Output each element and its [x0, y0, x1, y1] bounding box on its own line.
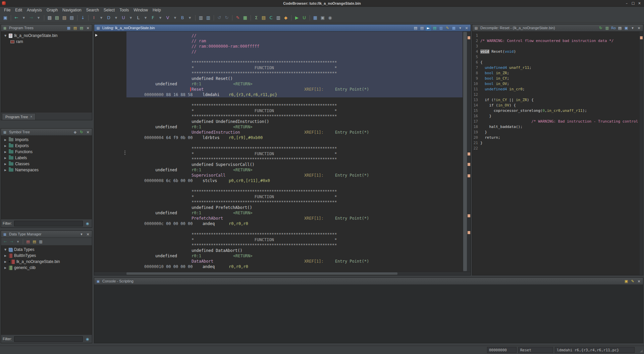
decompile-token-va[interactable]: in_ZR: [496, 71, 507, 75]
listing-field-xv[interactable]: Entry Point(*): [335, 173, 369, 178]
listing-field-dc[interactable]: undefined: [155, 253, 177, 259]
listing-field-xv[interactable]: Entry Point(*): [335, 259, 369, 264]
listing-field-cm[interactable]: //: [192, 49, 196, 54]
listing-field-rg[interactable]: r0:1: [192, 167, 201, 173]
program-diff-icon[interactable]: ▥: [205, 14, 212, 21]
decompile-line[interactable]: 5: [473, 54, 643, 60]
undo-icon[interactable]: ↺: [216, 14, 223, 21]
panel-menu-icon[interactable]: ▾: [79, 231, 84, 237]
listing-field-op[interactable]: r0,r0,r0: [229, 221, 248, 226]
listing-line[interactable]: undefined UndefinedInstruction(): [126, 119, 463, 124]
decompile-line[interactable]: 3: [473, 44, 643, 49]
decompile-token-pl[interactable]: ;: [507, 71, 509, 75]
tree-item-lk-a-noorangestate-bin[interactable]: ▶lk_a_noOrangeState.bin: [2, 259, 91, 265]
close-button[interactable]: ×: [637, 1, 642, 6]
listing-field-bn[interactable]: * FUNCTION *: [192, 151, 337, 157]
menu-edit[interactable]: Edit: [13, 7, 24, 13]
letter-f-toggle[interactable]: F: [150, 14, 156, 21]
tree-item-classes[interactable]: ▶Classes: [2, 161, 91, 167]
listing-field-rg[interactable]: <RETURN>: [233, 124, 253, 130]
decompile-token-pl[interactable]: ): [514, 49, 516, 54]
window-grid-icon[interactable]: ▦: [312, 14, 319, 21]
tab-program-tree[interactable]: Program Tree ×: [2, 113, 36, 120]
listing-line[interactable]: 0000001000 00 00 00andeqr0,r0,r0: [126, 264, 463, 269]
expander-closed-icon[interactable]: ▶: [4, 157, 7, 160]
close-icon[interactable]: ×: [85, 25, 91, 31]
expander-closed-icon[interactable]: ▶: [4, 150, 7, 153]
listing-header[interactable]: ▤ Listing: lk_a_noOrangeState.bin ▤▤►▤▥✎…: [94, 25, 471, 32]
panel-menu-icon[interactable]: ▾: [458, 25, 463, 31]
bookmark-book-icon[interactable]: ▤: [432, 25, 437, 31]
letter-f-menu-icon[interactable]: ▾: [157, 14, 164, 21]
listing-line[interactable]: [126, 140, 463, 146]
graph-icon[interactable]: ▥: [604, 25, 610, 31]
decompile-token-pl[interactable]: ;: [523, 87, 525, 91]
minimize-button[interactable]: –: [624, 1, 630, 6]
listing-line[interactable]: ****************************************…: [126, 242, 463, 248]
export-icon[interactable]: ▣: [624, 25, 629, 31]
listing-field-by[interactable]: 6c 6b 00 00: [166, 178, 193, 183]
listing-field-lb[interactable]: DataAbort: [192, 259, 213, 264]
listing-field-bn[interactable]: * FUNCTION *: [192, 65, 337, 71]
back-icon[interactable]: ←: [2, 239, 8, 245]
close-icon[interactable]: ×: [636, 278, 642, 284]
listing-field-bn[interactable]: * FUNCTION *: [192, 108, 337, 114]
decompile-overview-margin[interactable]: [640, 32, 643, 275]
letter-d-toggle[interactable]: D: [105, 14, 112, 21]
decompile-line[interactable]: 7 undefined4 unaff_r11;: [473, 65, 643, 71]
decompile-token-pl[interactable]: }: [480, 130, 487, 134]
refresh-icon[interactable]: ↻: [598, 25, 603, 31]
listing-field-op[interactable]: r6,{r3,r4,r6,r11,pc}: [229, 92, 277, 97]
lock-icon[interactable]: ▣: [624, 278, 629, 284]
listing-field-lb[interactable]: Reset: [192, 87, 204, 92]
decompile-token-pl[interactable]: ) {: [509, 103, 516, 107]
data-type-manager-header[interactable]: ▦ Data Type Manager ▾×: [1, 231, 92, 238]
decompile-token-pl[interactable]: [480, 76, 485, 81]
listing-line[interactable]: undefinedr0:1<RETURN>: [126, 81, 463, 87]
letter-u-toggle[interactable]: U: [120, 14, 127, 21]
listing-field-dc[interactable]: undefined: [155, 124, 177, 130]
save-icon[interactable]: ▣: [2, 14, 9, 21]
listing-field-dc[interactable]: undefined: [155, 81, 177, 87]
listing-line[interactable]: ****************************************…: [126, 60, 463, 65]
listing-line[interactable]: 0000000464 f9 0b 00ldrbtvsr0,[r9],#0xb00: [126, 135, 463, 140]
decompile-token-pl[interactable]: if (!: [480, 98, 496, 102]
listing-line[interactable]: DataAbortXREF[1]:Entry Point(*): [126, 259, 463, 264]
ro-icon[interactable]: Ro: [611, 25, 616, 31]
listing-line[interactable]: undefinedr0:1<RETURN>: [126, 253, 463, 259]
listing-field-op[interactable]: p0,cr0,[r11],#0x0: [229, 178, 270, 183]
panel-menu-icon[interactable]: ▾: [630, 25, 635, 31]
listing-field-xr[interactable]: XREF[1]:: [304, 87, 324, 92]
listing-line[interactable]: ****************************************…: [126, 71, 463, 76]
listing-field-dc[interactable]: undefined UndefinedInstruction(): [192, 119, 269, 124]
decompile-token-pl[interactable]: {: [480, 60, 483, 64]
menu-help[interactable]: Help: [150, 7, 163, 13]
decompile-token-fn[interactable]: coprocessor_storelong: [494, 108, 540, 113]
snapshot-icon[interactable]: ▣: [319, 14, 326, 21]
tree-item-namespaces[interactable]: ▶Namespaces: [2, 167, 91, 173]
edit-icon[interactable]: ✎: [630, 278, 635, 284]
menu-graph[interactable]: Graph: [44, 7, 60, 13]
listing-field-bn[interactable]: ****************************************…: [192, 242, 337, 248]
listing-field-bn[interactable]: ****************************************…: [192, 157, 337, 162]
listing-text-area[interactable]: //// ram // ram:00000000-ram:000fffff //…: [126, 32, 463, 272]
expander-open-icon[interactable]: ▼: [4, 248, 7, 251]
memory-map-icon[interactable]: ▥: [275, 14, 282, 21]
decompile-token-va[interactable]: in_cr0: [509, 87, 523, 91]
decompile-token-pl[interactable]: [480, 87, 485, 91]
forward-icon[interactable]: →: [28, 14, 35, 21]
decompile-token-fn[interactable]: halt_baddata: [489, 125, 516, 129]
decompile-token-va[interactable]: in_OV: [496, 82, 507, 86]
expander-closed-icon[interactable]: ▶: [4, 138, 7, 141]
listing-field-dc[interactable]: undefined PrefetchAbort(): [192, 205, 252, 210]
decompile-token-fn[interactable]: Reset: [491, 49, 502, 54]
redo-icon[interactable]: ↻: [223, 14, 230, 21]
listing-line[interactable]: * FUNCTION *: [126, 194, 463, 200]
letter-b-toggle[interactable]: B: [179, 14, 186, 21]
data-grid-icon[interactable]: ▦: [242, 14, 249, 21]
back-history-icon[interactable]: ▾: [20, 14, 27, 21]
decompile-line[interactable]: 4void Reset(void): [473, 49, 643, 54]
menu-window[interactable]: Window: [131, 7, 150, 13]
listing-line[interactable]: ****************************************…: [126, 189, 463, 194]
listing-field-xr[interactable]: XREF[1]:: [304, 259, 324, 264]
